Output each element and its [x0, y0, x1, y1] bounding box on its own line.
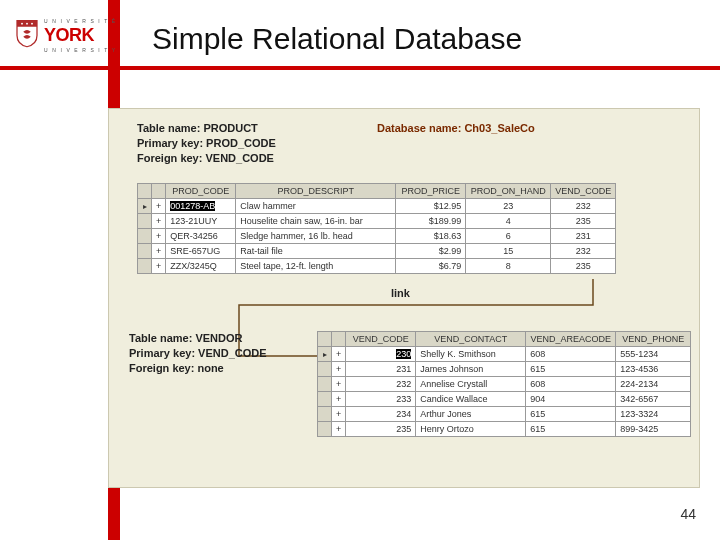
table-header-row: VEND_CODE VEND_CONTACT VEND_AREACODE VEN…: [318, 332, 691, 347]
cell: 233: [346, 392, 416, 407]
row-handle-header: [318, 332, 332, 347]
col-header: VEND_CODE: [346, 332, 416, 347]
cell: 608: [526, 377, 616, 392]
figure-panel: Table name: PRODUCT Primary key: PROD_CO…: [108, 108, 700, 488]
table-row: + 232 Annelise Crystall 608 224-2134: [318, 377, 691, 392]
cell: 899-3425: [616, 422, 691, 437]
expand-icon: +: [332, 407, 346, 422]
cell: Henry Ortozo: [416, 422, 526, 437]
expand-icon: +: [332, 362, 346, 377]
expand-icon: +: [152, 214, 166, 229]
cell: 555-1234: [616, 347, 691, 362]
cell: 234: [346, 407, 416, 422]
row-handle: [138, 259, 152, 274]
cell: Shelly K. Smithson: [416, 347, 526, 362]
expand-icon: +: [332, 347, 346, 362]
cell: 123-4536: [616, 362, 691, 377]
vendor-meta: Table name: VENDOR Primary key: VEND_COD…: [129, 331, 267, 376]
slide: U N I V E R S I T É YORK U N I V E R S I…: [0, 0, 720, 540]
col-header: VEND_AREACODE: [526, 332, 616, 347]
cell: Rat-tail file: [236, 244, 396, 259]
col-header: VEND_PHONE: [616, 332, 691, 347]
cell: 232: [551, 199, 616, 214]
product-primary-key: Primary key: PROD_CODE: [137, 136, 276, 151]
vendor-foreign-key: Foreign key: none: [129, 361, 267, 376]
table-header-row: PROD_CODE PROD_DESCRIPT PROD_PRICE PROD_…: [138, 184, 616, 199]
cell: 123-21UUY: [166, 214, 236, 229]
cell: 342-6567: [616, 392, 691, 407]
table-row: + 123-21UUY Houselite chain saw, 16-in. …: [138, 214, 616, 229]
row-handle: [318, 392, 332, 407]
current-row-icon: [318, 347, 332, 362]
cell: Steel tape, 12-ft. length: [236, 259, 396, 274]
cell: 123-3324: [616, 407, 691, 422]
cell: Candice Wallace: [416, 392, 526, 407]
cell: Arthur Jones: [416, 407, 526, 422]
cell: 230: [346, 347, 416, 362]
table-row: + 230 Shelly K. Smithson 608 555-1234: [318, 347, 691, 362]
row-handle: [318, 422, 332, 437]
svg-point-1: [26, 23, 28, 25]
database-name: Database name: Ch03_SaleCo: [377, 121, 535, 136]
title-underline: [0, 66, 720, 70]
cell: $12.95: [396, 199, 466, 214]
logo-text: U N I V E R S I T É YORK U N I V E R S I…: [44, 18, 117, 53]
cell: 23: [466, 199, 551, 214]
cell: ZZX/3245Q: [166, 259, 236, 274]
col-header: PROD_DESCRIPT: [236, 184, 396, 199]
col-header: VEND_CONTACT: [416, 332, 526, 347]
row-handle: [318, 377, 332, 392]
svg-point-0: [21, 23, 23, 25]
table-row: + 233 Candice Wallace 904 342-6567: [318, 392, 691, 407]
cell: Sledge hammer, 16 lb. head: [236, 229, 396, 244]
row-handle-header: [138, 184, 152, 199]
col-header: PROD_PRICE: [396, 184, 466, 199]
cell: 224-2134: [616, 377, 691, 392]
svg-point-2: [31, 23, 33, 25]
york-logo: U N I V E R S I T É YORK U N I V E R S I…: [14, 18, 117, 53]
table-row: + 001278-AB Claw hammer $12.95 23 232: [138, 199, 616, 214]
cell: 904: [526, 392, 616, 407]
table-row: + 231 James Johnson 615 123-4536: [318, 362, 691, 377]
cell: SRE-657UG: [166, 244, 236, 259]
cell: QER-34256: [166, 229, 236, 244]
product-foreign-key: Foreign key: VEND_CODE: [137, 151, 276, 166]
table-row: + QER-34256 Sledge hammer, 16 lb. head $…: [138, 229, 616, 244]
product-table: PROD_CODE PROD_DESCRIPT PROD_PRICE PROD_…: [137, 183, 616, 274]
row-handle: [138, 214, 152, 229]
cell: 6: [466, 229, 551, 244]
slide-title: Simple Relational Database: [152, 22, 522, 56]
table-row: + ZZX/3245Q Steel tape, 12-ft. length $6…: [138, 259, 616, 274]
vendor-primary-key: Primary key: VEND_CODE: [129, 346, 267, 361]
cell: $18.63: [396, 229, 466, 244]
cell: $6.79: [396, 259, 466, 274]
cell: 235: [346, 422, 416, 437]
cell: 615: [526, 422, 616, 437]
row-handle: [318, 362, 332, 377]
cell: James Johnson: [416, 362, 526, 377]
row-handle: [138, 229, 152, 244]
col-header: VEND_CODE: [551, 184, 616, 199]
expand-icon: +: [152, 244, 166, 259]
current-row-icon: [138, 199, 152, 214]
col-header: PROD_ON_HAND: [466, 184, 551, 199]
university-label: U N I V E R S I T Y: [44, 47, 117, 53]
page-number: 44: [680, 506, 696, 522]
expand-icon: +: [332, 377, 346, 392]
product-meta: Table name: PRODUCT Primary key: PROD_CO…: [137, 121, 276, 166]
cell: 231: [346, 362, 416, 377]
expand-header: [332, 332, 346, 347]
cell: $2.99: [396, 244, 466, 259]
cell: $189.99: [396, 214, 466, 229]
cell: 235: [551, 259, 616, 274]
row-handle: [318, 407, 332, 422]
vendor-table: VEND_CODE VEND_CONTACT VEND_AREACODE VEN…: [317, 331, 691, 437]
cell: 231: [551, 229, 616, 244]
expand-icon: +: [152, 199, 166, 214]
cell: Houselite chain saw, 16-in. bar: [236, 214, 396, 229]
cell: 15: [466, 244, 551, 259]
cell: 4: [466, 214, 551, 229]
expand-icon: +: [332, 422, 346, 437]
cell: 232: [551, 244, 616, 259]
cell: 615: [526, 362, 616, 377]
